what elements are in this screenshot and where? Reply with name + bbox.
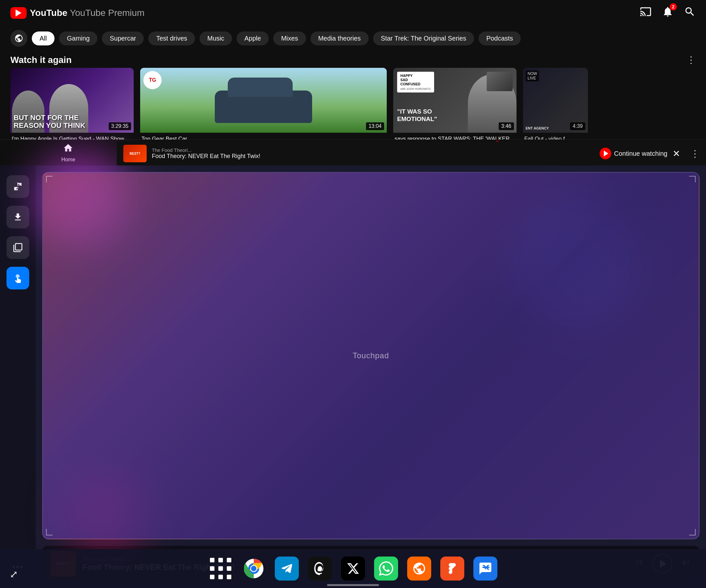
duration-badge-wan: 3:29:35: [109, 122, 131, 130]
duration-badge-nowv: 4:39: [570, 122, 585, 130]
touchpad-label: Touchpad: [353, 351, 389, 360]
section-more-button[interactable]: ⋮: [687, 54, 696, 65]
duration-badge-car: 13:04: [366, 122, 384, 130]
taskbar: ⤢: [0, 549, 706, 588]
video-card-nowv[interactable]: NOWLIVE ENT AGENCY 4:39 Fall Out - video…: [523, 68, 588, 148]
filter-chip-podcasts[interactable]: Podcasts: [478, 32, 521, 45]
dex-section: ••• Touchpad BEST? The Food Theori... Fo…: [0, 165, 706, 588]
dex-sidebar: •••: [0, 165, 36, 588]
notification-badge: 2: [670, 3, 677, 10]
section-title: Watch it again: [10, 55, 72, 65]
video-thumb-car: TG 13:04: [140, 68, 387, 133]
video-card-hsc[interactable]: HAPPYSADCONFUSED with JOSH HOROWITZ "IT …: [393, 68, 516, 148]
youtube-logo[interactable]: YouTube YouTube Premium: [10, 7, 144, 19]
taskbar-indicator: [327, 584, 379, 586]
youtube-section: YouTube YouTube Premium 2: [0, 0, 706, 165]
video-thumb-nowv: NOWLIVE ENT AGENCY 4:39: [523, 68, 588, 133]
taskbar-threads[interactable]: [308, 556, 332, 581]
filter-chip-mixes[interactable]: Mixes: [273, 32, 306, 45]
filter-chip-startrek[interactable]: Star Trek: The Original Series: [373, 32, 474, 45]
filter-chip-apple[interactable]: Apple: [237, 32, 269, 45]
youtube-header: YouTube YouTube Premium 2: [0, 0, 706, 26]
filter-chip-music[interactable]: Music: [200, 32, 232, 45]
mini-player-thumb: BEST?: [123, 145, 147, 162]
dex-sidebar-btn-resize[interactable]: [6, 175, 29, 198]
touchpad-corner-tl: [46, 176, 52, 182]
filter-bar: All Gaming Supercar Test drives Music Ap…: [0, 26, 706, 51]
explore-button[interactable]: [10, 30, 27, 47]
car-shape: [215, 90, 312, 123]
svg-point-3: [251, 566, 257, 572]
header-icons: 2: [640, 6, 696, 20]
touchpad[interactable]: Touchpad: [42, 172, 700, 539]
taskbar-apps-grid[interactable]: [209, 556, 233, 581]
filter-chip-gaming[interactable]: Gaming: [59, 32, 97, 45]
expand-button[interactable]: ⤢: [10, 569, 18, 580]
mini-player-info: The Food Theori... Food Theory: NEVER Ea…: [152, 147, 594, 160]
taskbar-whatsapp[interactable]: [374, 556, 398, 581]
dex-sidebar-btn-screenshot[interactable]: [6, 236, 29, 259]
mini-player-continue[interactable]: Continue watching: [599, 148, 667, 159]
video-card-wan[interactable]: BUT NOT FOR THEREASON YOU THINK 3:29:35 …: [10, 68, 134, 148]
filter-chip-media-theories[interactable]: Media theories: [311, 32, 368, 45]
touchpad-corner-br: [689, 529, 696, 536]
dex-sidebar-btn-download[interactable]: [6, 206, 29, 229]
video-thumb-wan: BUT NOT FOR THEREASON YOU THINK 3:29:35: [10, 68, 134, 133]
mini-more-button[interactable]: ⋮: [691, 148, 700, 159]
mini-player-popup: BEST? The Food Theori... Food Theory: NE…: [117, 142, 706, 165]
dex-sidebar-btn-touchpad[interactable]: [6, 267, 29, 289]
notifications-button[interactable]: 2: [662, 6, 673, 20]
taskbar-chrome[interactable]: [242, 556, 266, 581]
taskbar-globe-browser[interactable]: [407, 556, 431, 581]
video-thumb-hsc: HAPPYSADCONFUSED with JOSH HOROWITZ "IT …: [393, 68, 516, 133]
video-card-car[interactable]: TG 13:04 Top Gear Best Car Top Gear: [140, 68, 387, 148]
mini-player-channel: The Food Theori...: [152, 147, 594, 153]
cast-button[interactable]: [640, 6, 652, 20]
mini-player-close[interactable]: ✕: [673, 148, 680, 159]
filter-chip-testdrives[interactable]: Test drives: [148, 32, 195, 45]
search-button[interactable]: [684, 6, 696, 20]
touchpad-corner-bl: [46, 529, 52, 536]
mini-continue-label: Continue watching: [614, 150, 667, 157]
mini-player-title: Food Theory: NEVER Eat The Right Twix!: [152, 153, 594, 160]
taskbar-telegram[interactable]: [275, 556, 299, 581]
youtube-logo-text: YouTube YouTube Premium: [30, 8, 144, 18]
dex-main: Touchpad BEST? The Food Theori... Food T…: [36, 165, 706, 588]
taskbar-twitter-x[interactable]: [341, 556, 365, 581]
watch-again-header: Watch it again ⋮: [0, 51, 706, 68]
mini-continue-icon: [599, 148, 611, 159]
duration-badge-hsc: 3:46: [499, 122, 514, 130]
taskbar-google-chat[interactable]: [473, 556, 497, 581]
touchpad-corner-tr: [689, 176, 696, 182]
filter-chip-supercar[interactable]: Supercar: [102, 32, 144, 45]
tg-badge: TG: [144, 71, 162, 89]
wan-title-overlay: BUT NOT FOR THEREASON YOU THINK: [14, 114, 85, 129]
taskbar-figma[interactable]: [440, 556, 464, 581]
video-row: BUT NOT FOR THEREASON YOU THINK 3:29:35 …: [0, 68, 706, 148]
youtube-logo-icon: [10, 7, 27, 19]
filter-chip-all[interactable]: All: [32, 32, 54, 45]
